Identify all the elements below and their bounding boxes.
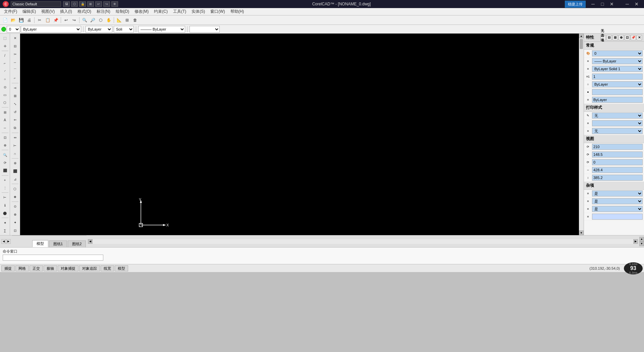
layout2-tab[interactable]: 图纸2 [68,240,86,247]
grid-tool[interactable]: ⋮ [1,184,9,191]
redo-button[interactable]: ↪ [70,16,78,24]
menu-help[interactable]: 帮助(H) [228,8,247,15]
polyline-tool[interactable]: ⌐ [1,60,9,67]
misc-select1[interactable]: 是 [592,190,643,196]
menu-window[interactable]: 窗口(W) [208,8,227,15]
misc-select3[interactable]: 是 [592,206,643,212]
scroll-track[interactable] [579,38,584,230]
orbit-tool[interactable]: ⟳ [1,159,9,166]
misc1-tool[interactable]: ⊙ [11,203,19,210]
move-tool[interactable]: ⇐ [11,116,19,124]
chamfer-tool[interactable]: ⌐ [11,75,19,82]
menu-file[interactable]: 文件(F) [1,8,20,15]
linestyle-property-select[interactable]: —— ByLayer [592,58,643,64]
fillet-tool[interactable]: ⌒ [11,67,19,74]
undo-button[interactable]: ↩ [62,16,70,24]
menu-format[interactable]: 格式(O) [75,8,94,15]
menu-tools[interactable]: 工具(T) [170,8,189,15]
join-tool[interactable]: ∩ [11,150,19,157]
properties-btn1[interactable]: ⊟ [606,35,612,40]
properties-no-select[interactable]: 无选项▼ [600,35,606,40]
layout1-tab[interactable]: 图纸1 [49,240,67,247]
zoom-extents-button[interactable]: ⬡ [97,16,104,24]
toolbar-icon-3[interactable]: 🔒 [79,1,86,7]
insert-tool[interactable]: ⊕ [1,142,9,149]
hscroll-right-button[interactable]: ▶ [633,239,638,244]
drawing-canvas[interactable]: Y X [20,34,579,235]
properties-btn4[interactable]: ⊡ [625,35,630,40]
sub-close-button[interactable]: ✕ [632,1,641,7]
properties-btn5[interactable]: 📌 [631,35,636,40]
lpanel-up-button[interactable]: ▲ [639,237,644,241]
copy-button[interactable]: 📋 [44,16,51,24]
param-tool[interactable]: ∑ [1,227,9,234]
workspace-selector[interactable] [11,1,61,7]
tab-nav-buttons[interactable]: ◀ ▶ [0,239,12,244]
inquiry-tool[interactable]: ℹ [1,202,9,209]
rotate-tool[interactable]: ↺ [11,108,19,116]
left-panel-scroll[interactable]: ▲ ▼ [639,237,644,246]
hscroll-track[interactable] [93,239,633,244]
menu-edit[interactable]: 编辑(E) [20,8,39,15]
tab-scroll-left-button[interactable]: ◀ [1,239,6,244]
break-tool[interactable]: ⊢ [11,142,19,149]
line-tool[interactable]: / [1,52,9,59]
paste-button[interactable]: 📌 [52,16,59,24]
misc3-tool[interactable]: ✦ [11,219,19,226]
new-button[interactable]: 📄 [1,16,9,24]
dim-tool[interactable]: ↔ [1,124,9,131]
extend-tool[interactable]: ↔ [11,58,19,66]
constraint-tool[interactable]: ✦ [1,219,9,226]
scroll-up-button[interactable]: ▲ [579,34,584,38]
view3d-tool[interactable]: ⬛ [1,167,9,174]
zoom-out-button[interactable]: 🔎 [89,16,96,24]
color-property-select[interactable]: 0 [592,50,643,56]
sub-minimize-button[interactable]: ─ [623,1,632,7]
rect-tool[interactable]: ▭ [1,91,9,98]
lineweight-select[interactable]: ——— ByLayer [138,26,185,33]
main-maximize-button[interactable]: □ [598,1,607,7]
array-tool[interactable]: ⊞ [11,92,19,100]
trim-tool[interactable]: ✂ [11,51,19,58]
stretch-tool[interactable]: ⇔ [11,134,19,141]
layer-name-select[interactable]: ByLayer [21,26,81,33]
hscroll-left-button[interactable]: ◀ [88,239,93,244]
vertical-scrollbar[interactable]: ▲ ▼ [579,34,584,235]
toolbar-icon-6[interactable]: ↪ [103,1,110,7]
lineweight-property-select[interactable]: ByLayer Solid 1 [592,66,643,72]
menu-modify[interactable]: 修改(M) [132,8,151,15]
snap-status-button[interactable]: 捕捉 [1,265,15,271]
grid-status-button[interactable]: 网格 [15,265,29,271]
toolbar-icon-4[interactable]: ⊞ [87,1,94,7]
properties-btn3[interactable]: ⊕ [619,35,624,40]
circle-tool[interactable]: ○ [1,76,9,83]
print-button[interactable]: 🖨 [25,16,33,24]
color-select[interactable] [190,26,220,33]
linewidth-status-button[interactable]: 线宽 [101,265,114,271]
solid3d-tool[interactable]: ⬛ [11,168,19,175]
zoom-in-button[interactable]: 🔍 [81,16,88,24]
scroll-down-button[interactable]: ▼ [579,230,584,235]
menu-dimension[interactable]: 标注(N) [94,8,113,15]
tab-scroll-right-button[interactable]: ▶ [6,239,11,244]
block-tool[interactable]: ⊡ [1,134,9,141]
menu-insert[interactable]: 插入(I) [57,8,74,15]
explode-tool[interactable]: ⊛ [11,160,19,167]
save-button[interactable]: 💾 [17,16,25,24]
cloud-upload-button[interactable]: 稳捷上传 [565,1,586,8]
ortho-status-button[interactable]: 正交 [30,265,43,271]
misc-select2[interactable]: 是 [592,198,643,204]
pan-tool[interactable]: ✛ [1,42,9,49]
arc-tool[interactable]: ◜ [1,68,9,75]
horizontal-scrollbar[interactable]: ◀ ▶ [88,239,638,244]
misc2-tool[interactable]: ⊕ [11,211,19,218]
toolbar-icon-7[interactable]: ✲ [111,1,118,7]
layer-button[interactable]: ⊞ [123,16,131,24]
erase-tool[interactable]: ✕ [11,35,19,42]
linestyle-type-select[interactable]: Soli [114,26,134,33]
model-tab[interactable]: 模型 [32,240,48,247]
lpanel-down-button[interactable]: ▼ [639,241,644,246]
linestyle-select[interactable]: ByLayer [86,26,112,33]
cut-button[interactable]: ✂ [36,16,43,24]
main-close-button[interactable]: ✕ [607,1,616,7]
